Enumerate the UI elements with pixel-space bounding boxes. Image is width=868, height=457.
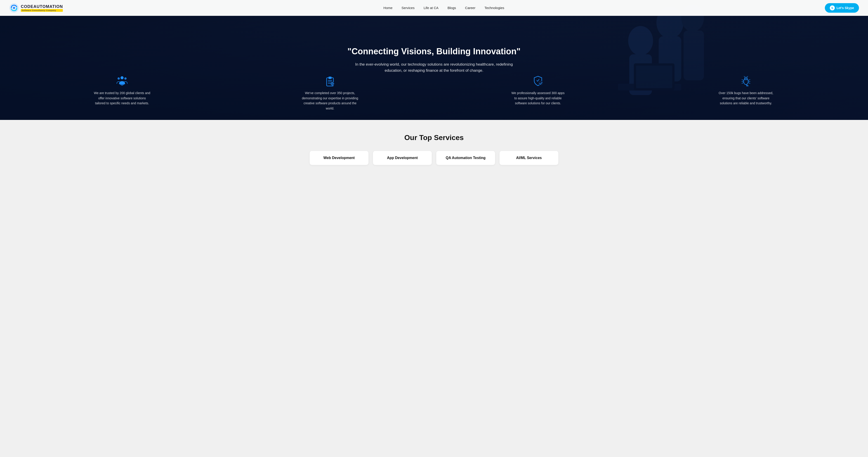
services-cards: Web Development App Development QA Autom… [9,151,859,165]
shield-check-icon [532,75,544,86]
navbar: CODEAUTOMATION Software Consultancy Comp… [0,0,868,16]
hero-section: "Connecting Visions, Building Innovation… [0,0,868,120]
svg-rect-15 [329,77,331,79]
stat-clients: We are trusted by 200 global clients and… [94,75,150,111]
stat-bugs: Over 150k bugs have been addressed, ensu… [718,75,774,111]
stat-projects-text: We've completed over 350 projects, demon… [302,90,358,111]
svg-point-13 [124,77,127,80]
svg-line-31 [742,80,744,80]
service-card-web-dev[interactable]: Web Development [310,151,368,165]
service-label-app-dev: App Development [387,156,418,160]
skype-button[interactable]: S Let's Skype [825,3,859,13]
logo[interactable]: CODEAUTOMATION Software Consultancy Comp… [9,3,63,13]
svg-line-36 [748,83,750,84]
svg-point-27 [744,79,748,85]
service-label-qa-testing: QA Automation Testing [446,156,486,160]
skype-icon: S [830,5,835,10]
nav-life-at-ca[interactable]: Life at CA [424,6,438,10]
stat-apps-text: We professionally assessed 300 apps to a… [510,90,566,106]
people-icon [116,75,128,86]
service-label-web-dev: Web Development [323,156,355,160]
nav-home[interactable]: Home [383,6,393,10]
bug-icon [740,75,752,86]
svg-line-30 [747,76,748,77]
svg-point-12 [118,77,120,80]
nav-links: Home Services Life at CA Blogs Career Te… [383,6,504,10]
svg-point-11 [121,76,123,79]
logo-sub-text: Software Consultancy Company [21,9,63,12]
service-card-app-dev[interactable]: App Development [373,151,432,165]
svg-point-6 [628,26,653,55]
svg-line-29 [744,76,745,77]
svg-point-1 [13,7,15,9]
svg-point-21 [332,84,333,84]
nav-career[interactable]: Career [465,6,475,10]
skype-button-label: Let's Skype [837,6,854,10]
service-card-ai-ml[interactable]: AI/ML Services [500,151,558,165]
svg-point-26 [538,81,543,85]
nav-services[interactable]: Services [401,6,414,10]
stat-clients-text: We are trusted by 200 global clients and… [94,90,150,106]
stats-row: We are trusted by 200 global clients and… [0,68,868,120]
services-title: Our Top Services [9,134,859,142]
clipboard-icon [324,75,336,86]
logo-icon [9,3,19,13]
svg-line-34 [748,80,750,80]
nav-technologies[interactable]: Technologies [485,6,504,10]
stat-projects: We've completed over 350 projects, demon… [302,75,358,111]
services-section: Our Top Services Web Development App Dev… [0,120,868,174]
service-card-qa-testing[interactable]: QA Automation Testing [436,151,495,165]
hero-title: "Connecting Visions, Building Innovation… [346,47,522,57]
stat-apps: We professionally assessed 300 apps to a… [510,75,566,111]
stat-bugs-text: Over 150k bugs have been addressed, ensu… [718,90,774,106]
nav-blogs[interactable]: Blogs [447,6,456,10]
service-label-ai-ml: AI/ML Services [516,156,542,160]
logo-main-text: CODEAUTOMATION [21,4,63,9]
svg-line-33 [742,83,744,84]
